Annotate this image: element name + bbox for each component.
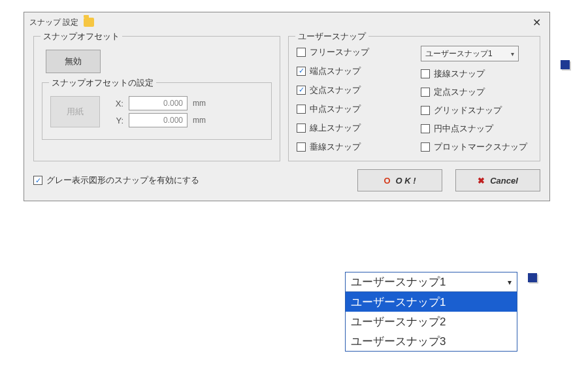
dialog-title: スナップ 設定	[29, 17, 78, 28]
disable-button[interactable]: 無効	[46, 50, 101, 73]
user-snap-dropdown-open[interactable]: ユーザースナップ1 ▾ ユーザースナップ1ユーザースナップ2ユーザースナップ3	[345, 272, 517, 352]
user-snap-group: ユーザースナップ フリースナップ端点スナップ交点スナップ中点スナップ線上スナップ…	[288, 36, 540, 161]
snap-b-label-0: 接線スナップ	[434, 68, 485, 80]
ok-circle-icon: O	[384, 176, 390, 186]
dropdown-item-2[interactable]: ユーザースナップ3	[346, 331, 517, 351]
paper-button[interactable]: 用紙	[50, 96, 100, 127]
checkbox-icon	[297, 105, 306, 114]
chevron-down-icon: ▾	[508, 278, 512, 287]
user-snap-label: ユーザースナップ	[295, 31, 368, 42]
checkbox-icon	[421, 124, 430, 133]
callout-marker	[528, 273, 537, 282]
snap-a-checkbox-5[interactable]: 垂線スナップ	[297, 140, 409, 153]
snap-a-label-1: 端点スナップ	[310, 65, 361, 77]
snap-b-label-2: グリッドスナップ	[434, 105, 502, 116]
checkbox-icon	[421, 88, 430, 97]
dropdown-selected-value: ユーザースナップ1	[351, 274, 446, 289]
snap-b-checkbox-4[interactable]: プロットマークスナップ	[421, 141, 532, 153]
checkbox-icon	[297, 67, 306, 76]
snap-settings-dialog: スナップ 設定 ✕ スナップオフセット 無効 スナップオフセットの設定 用紙 X…	[24, 12, 550, 201]
y-input[interactable]	[129, 113, 188, 127]
user-snap-combo[interactable]: ユーザースナップ1 ▾	[421, 46, 519, 61]
snap-b-label-4: プロットマークスナップ	[434, 141, 527, 153]
snap-a-checkbox-1[interactable]: 端点スナップ	[297, 65, 409, 77]
gray-snap-label: グレー表示図形のスナップを有効にする	[46, 174, 199, 186]
snap-offset-group: スナップオフセット 無効 スナップオフセットの設定 用紙 X: mm	[33, 36, 280, 161]
snap-b-label-1: 定点スナップ	[434, 86, 485, 98]
snap-a-checkbox-0[interactable]: フリースナップ	[297, 46, 409, 58]
snap-a-checkbox-4[interactable]: 線上スナップ	[297, 122, 409, 134]
snap-a-checkbox-3[interactable]: 中点スナップ	[297, 103, 409, 115]
checkbox-icon	[297, 124, 306, 133]
snap-a-label-3: 中点スナップ	[310, 103, 361, 115]
snap-b-checkbox-0[interactable]: 接線スナップ	[421, 68, 532, 80]
snap-a-label-4: 線上スナップ	[310, 122, 361, 134]
snap-a-label-0: フリースナップ	[310, 46, 369, 58]
snap-b-checkbox-1[interactable]: 定点スナップ	[421, 86, 532, 98]
ok-button[interactable]: O O K !	[357, 169, 442, 191]
cancel-label: Cancel	[490, 176, 518, 186]
callout-marker	[561, 60, 570, 69]
dropdown-item-1[interactable]: ユーザースナップ2	[346, 312, 517, 331]
checkbox-icon	[297, 86, 306, 95]
snap-offset-label: スナップオフセット	[41, 31, 122, 42]
dropdown-selected[interactable]: ユーザースナップ1 ▾	[346, 272, 517, 292]
cancel-x-icon: ✖	[478, 176, 485, 186]
dropdown-item-0[interactable]: ユーザースナップ1	[346, 292, 517, 312]
checkbox-icon	[421, 69, 430, 78]
snap-offset-settings-label: スナップオフセットの設定	[49, 77, 156, 89]
chevron-down-icon: ▾	[511, 50, 514, 58]
x-label: X:	[112, 99, 123, 108]
y-label: Y:	[112, 116, 123, 125]
ok-label: O K !	[396, 176, 416, 186]
x-input[interactable]	[129, 96, 188, 110]
checkbox-icon	[297, 142, 306, 152]
folder-icon[interactable]	[84, 18, 94, 27]
cancel-button[interactable]: ✖ Cancel	[455, 169, 540, 191]
snap-offset-settings-group: スナップオフセットの設定 用紙 X: mm Y: mm	[42, 82, 272, 140]
snap-b-checkbox-3[interactable]: 円中点スナップ	[421, 123, 532, 135]
snap-a-label-2: 交点スナップ	[310, 84, 361, 96]
close-icon: ✕	[532, 16, 541, 29]
dialog-footer: グレー表示図形のスナップを有効にする O O K ! ✖ Cancel	[24, 164, 549, 201]
x-unit: mm	[193, 99, 206, 108]
title-bar: スナップ 設定 ✕	[24, 12, 549, 32]
snap-a-label-5: 垂線スナップ	[310, 141, 361, 153]
user-snap-combo-value: ユーザースナップ1	[425, 48, 493, 59]
snap-a-checkbox-2[interactable]: 交点スナップ	[297, 84, 409, 96]
y-unit: mm	[193, 116, 206, 125]
checkbox-icon	[297, 48, 306, 57]
snap-b-label-3: 円中点スナップ	[434, 123, 493, 135]
checkbox-icon	[33, 176, 42, 185]
gray-snap-checkbox[interactable]: グレー表示図形のスナップを有効にする	[33, 174, 344, 186]
checkbox-icon	[421, 142, 430, 152]
checkbox-icon	[421, 106, 430, 115]
snap-b-checkbox-2[interactable]: グリッドスナップ	[421, 105, 532, 116]
close-button[interactable]: ✕	[529, 14, 544, 30]
